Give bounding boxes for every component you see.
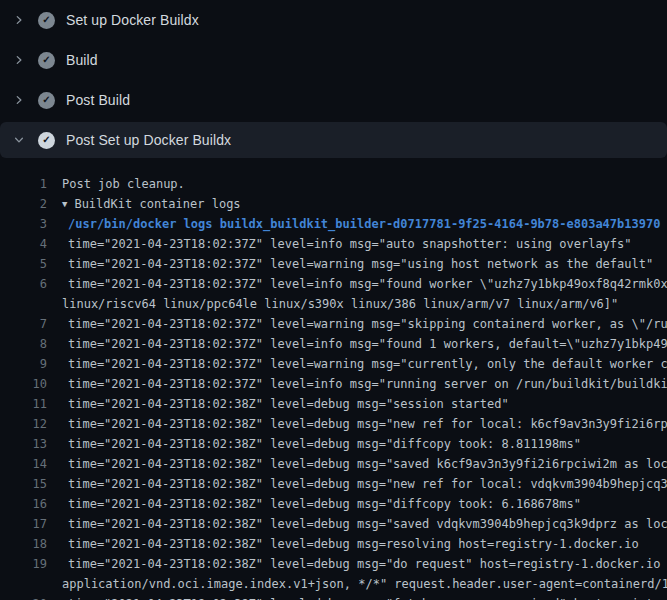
steps-list: ✓Set up Docker Buildx✓Build✓Post Build✓P… [0,0,667,158]
log-line-4: 4time="2021-04-23T18:02:37Z" level=info … [0,234,667,254]
log-line-text: time="2021-04-23T18:02:38Z" level=debug … [47,474,667,494]
log-line-number[interactable]: 9 [0,354,47,374]
section-header-post-build[interactable]: ✓Post Build [0,80,667,120]
check-glyph: ✓ [42,15,50,25]
log-line-number[interactable]: 15 [0,474,47,494]
section-label: Build [66,52,98,68]
log-line-11: 11time="2021-04-23T18:02:38Z" level=debu… [0,394,667,414]
log-line-13: 13time="2021-04-23T18:02:38Z" level=debu… [0,434,667,454]
log-group-label: BuildKit container logs [74,197,240,211]
check-circle-icon: ✓ [38,92,55,109]
log-line-text: time="2021-04-23T18:02:37Z" level=info m… [47,374,667,394]
log-line-text: time="2021-04-23T18:02:37Z" level=info m… [47,234,632,254]
log-line-number[interactable]: 20 [0,594,47,600]
log-group-toggle[interactable]: ▼BuildKit container logs [47,194,241,214]
chevron-right-icon [13,54,25,66]
log-line-9: 9time="2021-04-23T18:02:37Z" level=warni… [0,354,667,374]
log-line-1: 1Post job cleanup. [0,174,667,194]
section-header-build[interactable]: ✓Build [0,40,667,80]
log-line-text: time="2021-04-23T18:02:38Z" level=debug … [47,434,581,454]
log-line-number[interactable]: 13 [0,434,47,454]
log-line-text: time="2021-04-23T18:02:37Z" level=warnin… [47,354,667,374]
check-glyph: ✓ [42,135,50,145]
log-line-text: time="2021-04-23T18:02:37Z" level=info m… [47,274,667,294]
log-line-text: time="2021-04-23T18:02:38Z" level=debug … [47,534,639,554]
log-line-number[interactable]: 12 [0,414,47,434]
log-line-number [0,574,47,594]
log-line-continuation: application/vnd.oci.image.index.v1+json,… [0,574,667,594]
log-line-5: 5time="2021-04-23T18:02:37Z" level=warni… [0,254,667,274]
log-line-3: 3/usr/bin/docker logs buildx_buildkit_bu… [0,214,667,234]
log-line-number[interactable]: 8 [0,334,47,354]
log-line-text: time="2021-04-23T18:02:37Z" level=info m… [47,334,667,354]
log-line-6: 6time="2021-04-23T18:02:37Z" level=info … [0,274,667,294]
log-line-15: 15time="2021-04-23T18:02:38Z" level=debu… [0,474,667,494]
log-line-number[interactable]: 5 [0,254,47,274]
log-command-text: /usr/bin/docker logs buildx_buildkit_bui… [47,214,660,234]
log-line-number[interactable]: 4 [0,234,47,254]
check-glyph: ✓ [42,55,50,65]
log-line-16: 16time="2021-04-23T18:02:38Z" level=debu… [0,494,667,514]
log-line-number [0,294,47,314]
log-line-number[interactable]: 19 [0,554,47,574]
log-line-number[interactable]: 17 [0,514,47,534]
log-line-number[interactable]: 14 [0,454,47,474]
log-line-text: linux/riscv64 linux/ppc64le linux/s390x … [47,294,618,314]
check-glyph: ✓ [42,95,50,105]
log-line-number[interactable]: 10 [0,374,47,394]
log-line-number[interactable]: 18 [0,534,47,554]
log-line-text: time="2021-04-23T18:02:38Z" level=debug … [47,394,509,414]
log-line-20: 20time="2021-04-23T18:02:38Z" level=debu… [0,594,667,600]
log-line-number[interactable]: 6 [0,274,47,294]
log-line-12: 12time="2021-04-23T18:02:38Z" level=debu… [0,414,667,434]
chevron-down-icon [13,134,25,146]
log-line-17: 17time="2021-04-23T18:02:38Z" level=debu… [0,514,667,534]
section-label: Post Set up Docker Buildx [66,132,231,148]
log-line-18: 18time="2021-04-23T18:02:38Z" level=debu… [0,534,667,554]
section-header-set-up-docker-buildx[interactable]: ✓Set up Docker Buildx [0,0,667,40]
log-line-number[interactable]: 2 [0,194,47,214]
check-circle-icon: ✓ [38,132,55,149]
triangle-down-icon: ▼ [62,194,67,214]
check-circle-icon: ✓ [38,52,55,69]
section-label: Post Build [66,92,130,108]
check-circle-icon: ✓ [38,12,55,29]
log-line-text: time="2021-04-23T18:02:38Z" level=debug … [47,594,667,600]
log-line-text: time="2021-04-23T18:02:38Z" level=debug … [47,554,667,574]
log-line-text: time="2021-04-23T18:02:38Z" level=debug … [47,494,581,514]
section-header-post-set-up-docker-buildx[interactable]: ✓Post Set up Docker Buildx [0,122,667,158]
log-line-text: time="2021-04-23T18:02:38Z" level=debug … [47,414,667,434]
chevron-right-icon [13,94,25,106]
log-line-text: time="2021-04-23T18:02:38Z" level=debug … [47,514,667,534]
log-line-14: 14time="2021-04-23T18:02:38Z" level=debu… [0,454,667,474]
log-line-7: 7time="2021-04-23T18:02:37Z" level=warni… [0,314,667,334]
log-line-8: 8time="2021-04-23T18:02:37Z" level=info … [0,334,667,354]
log-line-number[interactable]: 1 [0,174,47,194]
log-line-text: time="2021-04-23T18:02:38Z" level=debug … [47,454,667,474]
section-label: Set up Docker Buildx [66,12,199,28]
log-line-text: time="2021-04-23T18:02:37Z" level=warnin… [47,314,667,334]
chevron-right-icon [13,14,25,26]
log-line-text: application/vnd.oci.image.index.v1+json,… [47,574,667,594]
log-line-19: 19time="2021-04-23T18:02:38Z" level=debu… [0,554,667,574]
log-line-number[interactable]: 3 [0,214,47,234]
log-line-10: 10time="2021-04-23T18:02:37Z" level=info… [0,374,667,394]
log-line-number[interactable]: 11 [0,394,47,414]
log-line-text: Post job cleanup. [47,174,185,194]
log-line-text: time="2021-04-23T18:02:37Z" level=warnin… [47,254,653,274]
log-line-number[interactable]: 16 [0,494,47,514]
log-line-continuation: linux/riscv64 linux/ppc64le linux/s390x … [0,294,667,314]
log-line-2: 2▼BuildKit container logs [0,194,667,214]
log-viewer: 1Post job cleanup.2▼BuildKit container l… [0,160,667,600]
log-line-number[interactable]: 7 [0,314,47,334]
